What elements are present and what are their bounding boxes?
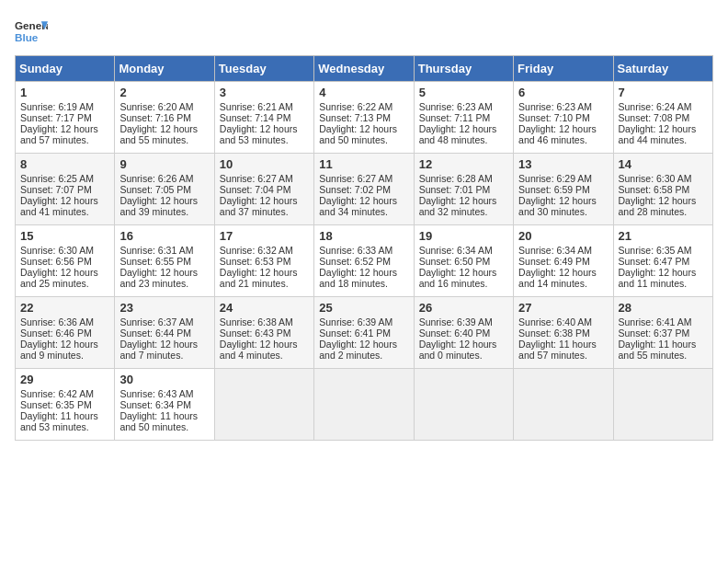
calendar-cell <box>613 369 712 441</box>
day-number: 22 <box>20 301 109 315</box>
calendar-cell <box>214 369 313 441</box>
day-info-line: and 23 minutes. <box>119 278 209 289</box>
day-info-line: Sunset: 7:10 PM <box>518 112 608 123</box>
day-info-line: Sunset: 7:11 PM <box>419 112 508 123</box>
day-info-line: Daylight: 12 hours <box>518 195 608 206</box>
day-number: 17 <box>220 229 309 243</box>
day-number: 9 <box>119 157 209 171</box>
day-info-line: Sunset: 7:05 PM <box>119 184 209 195</box>
day-info-line: Sunset: 6:35 PM <box>20 399 109 410</box>
day-number: 2 <box>119 86 209 99</box>
day-info-line: Daylight: 12 hours <box>220 195 309 206</box>
day-info-line: Sunset: 6:53 PM <box>220 256 309 267</box>
day-number: 30 <box>119 373 209 386</box>
calendar-cell: 17Sunrise: 6:32 AMSunset: 6:53 PMDayligh… <box>214 225 313 297</box>
day-info-line: and 25 minutes. <box>20 278 109 289</box>
day-number: 1 <box>20 86 109 99</box>
day-info-line: and 28 minutes. <box>619 206 708 217</box>
day-info-line: Daylight: 12 hours <box>20 267 109 278</box>
day-info-line: Daylight: 12 hours <box>518 123 608 134</box>
day-info-line: and 32 minutes. <box>419 206 508 217</box>
calendar-cell: 15Sunrise: 6:30 AMSunset: 6:56 PMDayligh… <box>16 225 115 297</box>
day-info-line: Sunrise: 6:43 AM <box>119 388 209 399</box>
calendar-cell: 28Sunrise: 6:41 AMSunset: 6:37 PMDayligh… <box>613 297 712 369</box>
calendar-cell: 24Sunrise: 6:38 AMSunset: 6:43 PMDayligh… <box>214 297 313 369</box>
day-info-line: Daylight: 11 hours <box>20 410 109 421</box>
calendar-cell <box>514 369 613 441</box>
calendar-cell: 23Sunrise: 6:37 AMSunset: 6:44 PMDayligh… <box>115 297 214 369</box>
day-info-line: Sunrise: 6:29 AM <box>518 173 608 184</box>
calendar-cell: 10Sunrise: 6:27 AMSunset: 7:04 PMDayligh… <box>214 154 313 225</box>
day-info-line: Sunset: 6:59 PM <box>518 184 608 195</box>
calendar-cell: 13Sunrise: 6:29 AMSunset: 6:59 PMDayligh… <box>514 154 613 225</box>
day-info-line: Sunset: 6:38 PM <box>518 327 608 339</box>
day-info-line: Daylight: 12 hours <box>319 339 408 350</box>
day-info-line: Daylight: 12 hours <box>319 195 408 206</box>
day-info-line: Sunrise: 6:31 AM <box>119 245 209 256</box>
day-info-line: Daylight: 12 hours <box>220 267 309 278</box>
col-header-friday: Friday <box>514 56 613 82</box>
day-info-line: and 57 minutes. <box>518 350 608 361</box>
day-info-line: and 44 minutes. <box>619 134 708 145</box>
calendar-cell: 9Sunrise: 6:26 AMSunset: 7:05 PMDaylight… <box>115 154 214 225</box>
day-info-line: and 41 minutes. <box>20 206 109 217</box>
day-info-line: Sunrise: 6:34 AM <box>419 245 508 256</box>
calendar-cell: 11Sunrise: 6:27 AMSunset: 7:02 PMDayligh… <box>314 154 414 225</box>
day-info-line: Daylight: 12 hours <box>419 339 508 350</box>
calendar-cell: 8Sunrise: 6:25 AMSunset: 7:07 PMDaylight… <box>16 154 115 225</box>
day-info-line: Sunset: 7:17 PM <box>20 112 109 123</box>
day-info-line: Daylight: 12 hours <box>119 339 209 350</box>
day-info-line: Sunset: 7:07 PM <box>20 184 109 195</box>
day-info-line: Sunset: 6:47 PM <box>619 256 708 267</box>
day-number: 15 <box>20 229 109 243</box>
calendar-cell <box>414 369 513 441</box>
day-info-line: and 16 minutes. <box>419 278 508 289</box>
day-info-line: Daylight: 11 hours <box>518 339 608 350</box>
day-info-line: Daylight: 12 hours <box>619 267 708 278</box>
calendar-cell: 29Sunrise: 6:42 AMSunset: 6:35 PMDayligh… <box>16 369 115 441</box>
day-info-line: and 4 minutes. <box>220 350 309 361</box>
day-info-line: Sunrise: 6:36 AM <box>20 316 109 327</box>
day-info-line: Sunset: 6:46 PM <box>20 327 109 339</box>
col-header-thursday: Thursday <box>414 56 513 82</box>
day-info-line: Sunrise: 6:35 AM <box>619 245 708 256</box>
day-number: 21 <box>619 229 708 243</box>
day-info-line: Daylight: 12 hours <box>119 123 209 134</box>
day-info-line: Daylight: 12 hours <box>119 267 209 278</box>
col-header-wednesday: Wednesday <box>314 56 414 82</box>
logo-icon: General Blue <box>15 15 48 48</box>
day-number: 23 <box>119 301 209 315</box>
logo: General Blue <box>15 15 48 48</box>
day-info-line: and 30 minutes. <box>518 206 608 217</box>
day-info-line: Sunrise: 6:39 AM <box>419 316 508 327</box>
day-info-line: Sunset: 7:04 PM <box>220 184 309 195</box>
calendar-cell: 3Sunrise: 6:21 AMSunset: 7:14 PMDaylight… <box>214 82 313 154</box>
day-info-line: and 7 minutes. <box>119 350 209 361</box>
day-number: 14 <box>619 157 708 171</box>
day-info-line: and 11 minutes. <box>619 278 708 289</box>
day-info-line: and 2 minutes. <box>319 350 408 361</box>
day-info-line: Sunrise: 6:25 AM <box>20 173 109 184</box>
day-info-line: and 34 minutes. <box>319 206 408 217</box>
day-info-line: and 14 minutes. <box>518 278 608 289</box>
day-info-line: Sunset: 6:49 PM <box>518 256 608 267</box>
day-info-line: Sunset: 6:43 PM <box>220 327 309 339</box>
day-info-line: and 21 minutes. <box>220 278 309 289</box>
day-info-line: Sunrise: 6:32 AM <box>220 245 309 256</box>
day-info-line: Sunrise: 6:42 AM <box>20 388 109 399</box>
day-info-line: Daylight: 12 hours <box>319 267 408 278</box>
day-info-line: and 46 minutes. <box>518 134 608 145</box>
day-info-line: and 50 minutes. <box>319 134 408 145</box>
day-info-line: Sunset: 7:14 PM <box>220 112 309 123</box>
calendar-cell: 20Sunrise: 6:34 AMSunset: 6:49 PMDayligh… <box>514 225 613 297</box>
day-info-line: Daylight: 11 hours <box>619 339 708 350</box>
col-header-saturday: Saturday <box>613 56 712 82</box>
day-info-line: Daylight: 12 hours <box>220 339 309 350</box>
day-info-line: Sunset: 6:55 PM <box>119 256 209 267</box>
day-info-line: Sunset: 7:02 PM <box>319 184 408 195</box>
day-info-line: Sunset: 6:52 PM <box>319 256 408 267</box>
day-info-line: Sunset: 6:50 PM <box>419 256 508 267</box>
day-info-line: Daylight: 12 hours <box>220 123 309 134</box>
day-info-line: Daylight: 12 hours <box>319 123 408 134</box>
day-info-line: Sunset: 6:34 PM <box>119 399 209 410</box>
